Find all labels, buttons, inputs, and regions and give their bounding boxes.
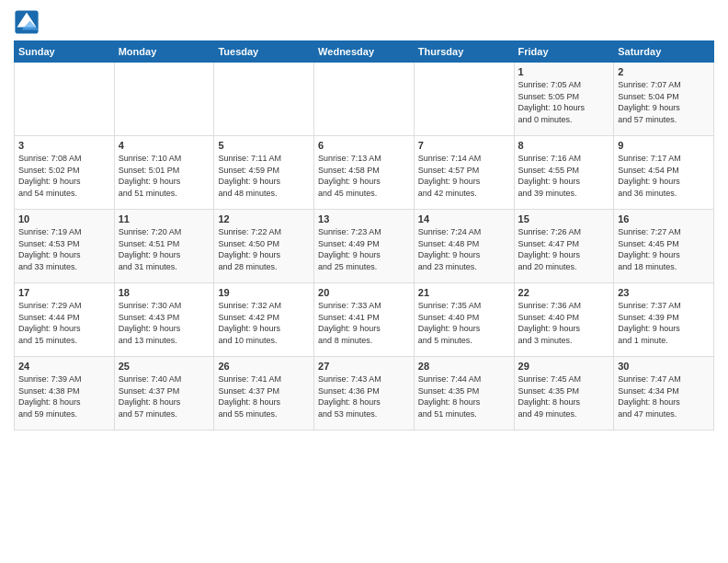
page: SundayMondayTuesdayWednesdayThursdayFrid…	[0, 0, 728, 563]
calendar-cell	[214, 63, 314, 136]
calendar-cell	[414, 63, 514, 136]
day-number: 6	[318, 140, 410, 151]
day-detail: Sunrise: 7:47 AMSunset: 4:34 PMDaylight:…	[618, 373, 710, 419]
day-detail: Sunrise: 7:36 AMSunset: 4:40 PMDaylight:…	[518, 300, 610, 346]
calendar-cell: 13Sunrise: 7:23 AMSunset: 4:49 PMDayligh…	[314, 210, 415, 283]
day-detail: Sunrise: 7:17 AMSunset: 4:54 PMDaylight:…	[618, 153, 710, 199]
day-detail: Sunrise: 7:37 AMSunset: 4:39 PMDaylight:…	[618, 300, 710, 346]
day-number: 4	[119, 140, 210, 151]
calendar-cell: 22Sunrise: 7:36 AMSunset: 4:40 PMDayligh…	[514, 283, 614, 357]
col-header-sunday: Sunday	[15, 41, 115, 63]
calendar-cell: 21Sunrise: 7:35 AMSunset: 4:40 PMDayligh…	[414, 283, 514, 357]
day-number: 26	[218, 361, 310, 372]
day-number: 23	[618, 287, 710, 298]
col-header-thursday: Thursday	[414, 41, 514, 63]
day-number: 12	[218, 213, 310, 224]
col-header-saturday: Saturday	[614, 41, 714, 63]
calendar-cell: 2Sunrise: 7:07 AMSunset: 5:04 PMDaylight…	[614, 63, 714, 136]
day-number: 20	[318, 287, 410, 298]
day-detail: Sunrise: 7:05 AMSunset: 5:05 PMDaylight:…	[518, 79, 610, 125]
day-number: 25	[119, 361, 210, 372]
calendar-cell: 6Sunrise: 7:13 AMSunset: 4:58 PMDaylight…	[314, 136, 415, 210]
calendar-cell: 4Sunrise: 7:10 AMSunset: 5:01 PMDaylight…	[114, 136, 214, 210]
calendar-cell: 24Sunrise: 7:39 AMSunset: 4:38 PMDayligh…	[15, 357, 115, 431]
day-detail: Sunrise: 7:27 AMSunset: 4:45 PMDaylight:…	[618, 226, 710, 272]
day-number: 22	[518, 287, 610, 298]
day-detail: Sunrise: 7:41 AMSunset: 4:37 PMDaylight:…	[218, 373, 310, 419]
calendar-cell: 11Sunrise: 7:20 AMSunset: 4:51 PMDayligh…	[114, 210, 214, 283]
calendar-cell: 20Sunrise: 7:33 AMSunset: 4:41 PMDayligh…	[314, 283, 415, 357]
col-header-tuesday: Tuesday	[214, 41, 314, 63]
day-detail: Sunrise: 7:32 AMSunset: 4:42 PMDaylight:…	[218, 300, 310, 346]
day-number: 15	[518, 213, 610, 224]
day-number: 17	[18, 287, 110, 298]
calendar-cell: 19Sunrise: 7:32 AMSunset: 4:42 PMDayligh…	[214, 283, 314, 357]
day-number: 11	[119, 213, 210, 224]
calendar-cell: 10Sunrise: 7:19 AMSunset: 4:53 PMDayligh…	[15, 210, 115, 283]
day-detail: Sunrise: 7:07 AMSunset: 5:04 PMDaylight:…	[618, 79, 710, 125]
calendar-cell: 25Sunrise: 7:40 AMSunset: 4:37 PMDayligh…	[114, 357, 214, 431]
day-detail: Sunrise: 7:08 AMSunset: 5:02 PMDaylight:…	[18, 153, 110, 199]
day-number: 28	[418, 361, 510, 372]
day-detail: Sunrise: 7:19 AMSunset: 4:53 PMDaylight:…	[18, 226, 110, 272]
day-number: 7	[418, 140, 510, 151]
calendar-cell: 14Sunrise: 7:24 AMSunset: 4:48 PMDayligh…	[414, 210, 514, 283]
header	[14, 9, 714, 35]
day-detail: Sunrise: 7:43 AMSunset: 4:36 PMDaylight:…	[318, 373, 410, 419]
logo-icon	[14, 9, 40, 35]
day-detail: Sunrise: 7:20 AMSunset: 4:51 PMDaylight:…	[119, 226, 210, 272]
day-detail: Sunrise: 7:39 AMSunset: 4:38 PMDaylight:…	[18, 373, 110, 419]
day-detail: Sunrise: 7:24 AMSunset: 4:48 PMDaylight:…	[418, 226, 510, 272]
day-number: 29	[518, 361, 610, 372]
day-number: 1	[518, 66, 610, 77]
day-number: 27	[318, 361, 410, 372]
day-detail: Sunrise: 7:11 AMSunset: 4:59 PMDaylight:…	[218, 153, 310, 199]
calendar-cell: 1Sunrise: 7:05 AMSunset: 5:05 PMDaylight…	[514, 63, 614, 136]
day-number: 16	[618, 213, 710, 224]
calendar-cell: 5Sunrise: 7:11 AMSunset: 4:59 PMDaylight…	[214, 136, 314, 210]
calendar-cell: 26Sunrise: 7:41 AMSunset: 4:37 PMDayligh…	[214, 357, 314, 431]
day-number: 18	[119, 287, 210, 298]
day-number: 30	[618, 361, 710, 372]
day-detail: Sunrise: 7:10 AMSunset: 5:01 PMDaylight:…	[119, 153, 210, 199]
day-detail: Sunrise: 7:14 AMSunset: 4:57 PMDaylight:…	[418, 153, 510, 199]
calendar-cell: 23Sunrise: 7:37 AMSunset: 4:39 PMDayligh…	[614, 283, 714, 357]
day-detail: Sunrise: 7:33 AMSunset: 4:41 PMDaylight:…	[318, 300, 410, 346]
calendar-cell: 16Sunrise: 7:27 AMSunset: 4:45 PMDayligh…	[614, 210, 714, 283]
calendar-cell: 18Sunrise: 7:30 AMSunset: 4:43 PMDayligh…	[114, 283, 214, 357]
day-detail: Sunrise: 7:23 AMSunset: 4:49 PMDaylight:…	[318, 226, 410, 272]
day-number: 8	[518, 140, 610, 151]
calendar-cell	[15, 63, 115, 136]
day-number: 5	[218, 140, 310, 151]
calendar-cell	[114, 63, 214, 136]
day-detail: Sunrise: 7:40 AMSunset: 4:37 PMDaylight:…	[119, 373, 210, 419]
day-number: 10	[18, 213, 110, 224]
calendar-cell: 3Sunrise: 7:08 AMSunset: 5:02 PMDaylight…	[15, 136, 115, 210]
day-number: 9	[618, 140, 710, 151]
day-number: 14	[418, 213, 510, 224]
day-detail: Sunrise: 7:16 AMSunset: 4:55 PMDaylight:…	[518, 153, 610, 199]
day-detail: Sunrise: 7:45 AMSunset: 4:35 PMDaylight:…	[518, 373, 610, 419]
calendar-cell: 7Sunrise: 7:14 AMSunset: 4:57 PMDaylight…	[414, 136, 514, 210]
calendar-table: SundayMondayTuesdayWednesdayThursdayFrid…	[14, 40, 714, 431]
day-number: 13	[318, 213, 410, 224]
col-header-monday: Monday	[114, 41, 214, 63]
calendar-cell	[314, 63, 415, 136]
day-detail: Sunrise: 7:29 AMSunset: 4:44 PMDaylight:…	[18, 300, 110, 346]
col-header-friday: Friday	[514, 41, 614, 63]
day-number: 24	[18, 361, 110, 372]
day-number: 19	[218, 287, 310, 298]
calendar-cell: 28Sunrise: 7:44 AMSunset: 4:35 PMDayligh…	[414, 357, 514, 431]
calendar-cell: 15Sunrise: 7:26 AMSunset: 4:47 PMDayligh…	[514, 210, 614, 283]
calendar-cell: 9Sunrise: 7:17 AMSunset: 4:54 PMDaylight…	[614, 136, 714, 210]
calendar-cell: 8Sunrise: 7:16 AMSunset: 4:55 PMDaylight…	[514, 136, 614, 210]
calendar-cell: 17Sunrise: 7:29 AMSunset: 4:44 PMDayligh…	[15, 283, 115, 357]
logo	[14, 9, 43, 35]
calendar-cell: 30Sunrise: 7:47 AMSunset: 4:34 PMDayligh…	[614, 357, 714, 431]
calendar-cell: 29Sunrise: 7:45 AMSunset: 4:35 PMDayligh…	[514, 357, 614, 431]
day-detail: Sunrise: 7:26 AMSunset: 4:47 PMDaylight:…	[518, 226, 610, 272]
day-number: 2	[618, 66, 710, 77]
col-header-wednesday: Wednesday	[314, 41, 415, 63]
day-detail: Sunrise: 7:30 AMSunset: 4:43 PMDaylight:…	[119, 300, 210, 346]
day-number: 3	[18, 140, 110, 151]
